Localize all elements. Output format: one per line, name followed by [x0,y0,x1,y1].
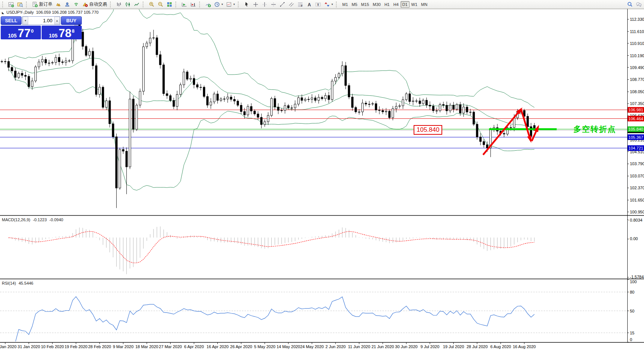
timeframe-m15-button[interactable]: M15 [359,1,371,8]
price-level-annotation[interactable]: 105.840 [414,125,442,135]
volume-input[interactable]: 1.00 [28,17,54,24]
sell-price-handle: 105 [8,33,16,38]
sell-price[interactable]: 105770 [1,26,41,39]
auto-scroll-icon[interactable] [180,1,189,8]
symbol-name: USDJPY-,Daily [6,10,34,14]
gold-icon[interactable] [54,1,63,8]
volume-up-button[interactable]: ▲ [54,17,60,24]
cursor-icon[interactable] [242,1,251,8]
toolbar-grip [175,1,179,7]
line-chart-icon[interactable] [132,1,141,8]
rsi-line [12,297,534,342]
price-badge: 104.721 [628,146,643,150]
candle-chart-icon[interactable] [123,1,132,8]
sell-price-sup: 0 [31,28,33,34]
price-tick-label: 103.070 [630,174,644,178]
indicators-icon [205,1,211,7]
crosshair-icon[interactable] [251,1,260,8]
svg-text:F: F [301,4,303,7]
date-tick-label: 30 Jun 2020 [395,344,418,349]
macd-axis-label: 0.8034 [630,218,643,222]
date-tick-label: 16 Aug 2020 [513,344,536,349]
buy-button[interactable]: BUY [61,16,82,25]
buy-price[interactable]: 105788 [42,26,82,39]
periods-icon[interactable]: ▾ [213,1,224,8]
date-tick-label: 14 May 2020 [276,344,300,349]
timeframe-m5-button[interactable]: M5 [350,1,359,8]
chart-area[interactable]: 112.330111.610110.910110.190109.490108.7… [0,9,644,350]
timeframe-m30-button[interactable]: M30 [371,1,382,8]
autotrading-icon [82,1,88,7]
toolbar-grip [143,1,146,7]
community-icon[interactable] [63,1,72,8]
date-tick-label: 22 Jan 2020 [0,344,16,349]
templates-icon[interactable]: ▾ [224,1,236,8]
toolbar-grip [2,1,6,7]
sell-button[interactable]: SELL [1,16,22,25]
search-icon[interactable] [625,1,634,8]
crosshair-icon [253,1,259,7]
timeframe-mn-button[interactable]: MN [419,1,429,8]
timeframe-w1-button[interactable]: W1 [410,1,420,8]
arrows-icon [324,1,330,7]
trendline-icon[interactable] [278,1,287,8]
date-tick-label: 10 Feb 2020 [41,344,64,349]
indicators-icon[interactable] [204,1,213,8]
buy-price-sup: 8 [72,28,74,34]
new-chart-icon[interactable] [7,1,16,8]
arrows-icon[interactable]: ▾ [323,1,334,8]
text-icon[interactable]: A [305,1,314,8]
fibo-icon[interactable]: F [296,1,305,8]
hline-icon[interactable] [269,1,278,8]
profiles-icon[interactable] [16,1,25,8]
date-tick-label: 26 Apr 2020 [230,344,252,349]
toolbar-grip [238,1,241,7]
date-tick-label: 28 Jul 2020 [466,344,488,349]
macd-value-1: -0.1223 [33,217,46,222]
fibo-icon: F [297,1,303,7]
turning-point-annotation[interactable]: 多空转折点 [573,124,616,134]
zoom-out-icon[interactable] [156,1,165,8]
label-icon[interactable]: T [314,1,323,8]
timeframe-d1-button[interactable]: D1 [401,1,410,8]
price-tick-label: 108.770 [630,77,644,82]
toolbar-grip [336,1,339,7]
timeframe-h1-button[interactable]: H1 [382,1,391,8]
autotrading-icon[interactable]: 自动交易 [81,1,109,8]
macd-indicator-label: MACD(12,26,9) -0.1223 -0.0940 [2,217,65,222]
signals-icon [73,1,79,7]
gold-icon [55,1,61,7]
vline-icon [262,1,268,7]
bollinger-lower [9,69,534,190]
macd-pane [9,226,534,274]
toolbar-grip [199,1,203,7]
chat-icon[interactable] [634,1,643,8]
volume-down-button[interactable]: ▼ [23,17,28,24]
date-tick-label: 24 May 2020 [300,344,324,349]
date-tick-label: 2 Jun 2020 [326,344,346,349]
price-tick-label: 111.610 [630,29,644,34]
price-badge: 106.981 [628,108,643,112]
volume-stepper: ▼ 1.00 ▲ [22,16,60,25]
bar-chart-icon[interactable] [114,1,123,8]
date-tick-label: 9 Mar 2020 [113,344,134,349]
price-tick-label: 109.490 [630,65,644,70]
date-tick-label: 6 Aug 2020 [491,344,511,349]
signals-icon[interactable] [72,1,81,8]
timeframe-m1-button[interactable]: M1 [340,1,350,8]
chart-shift-icon[interactable] [189,1,198,8]
chart-shift-icon [190,1,196,7]
hline-icon [271,1,276,7]
new-order-icon[interactable]: 新订单 [30,1,54,8]
chart-marker-icon: ◣ [2,11,4,14]
chart-canvas[interactable]: 112.330111.610110.910110.190109.490108.7… [0,9,644,350]
community-icon [64,1,70,7]
svg-text:T: T [317,2,319,6]
tile-windows-icon[interactable] [165,1,174,8]
toolbar-grip [26,1,29,7]
vline-icon[interactable] [260,1,269,8]
zoom-in-icon[interactable] [147,1,156,8]
channel-icon[interactable] [287,1,296,8]
new-order-icon [32,1,38,7]
timeframe-h4-button[interactable]: H4 [391,1,400,8]
